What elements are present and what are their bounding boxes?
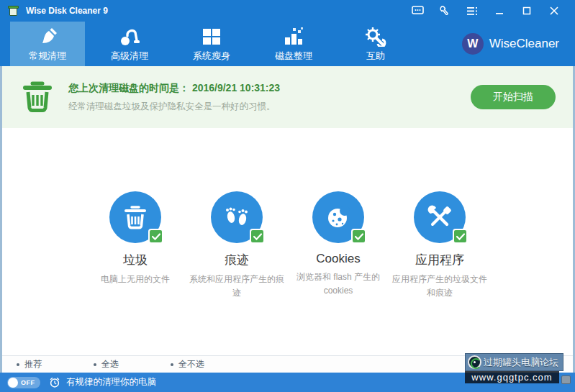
window-title: Wise Disk Cleaner 9 — [26, 6, 108, 16]
forum-watermark: 过期罐头电脑论坛 www.gqgtpc.com — [465, 353, 563, 383]
maximize-button[interactable] — [513, 0, 540, 22]
feature-area: 垃圾 电脑上无用的文件 痕迹 系统和应用程序产生的痕迹 — [2, 128, 573, 355]
defrag-icon — [283, 26, 304, 47]
start-scan-button[interactable]: 开始扫描 — [471, 85, 556, 109]
forum-url: www.gqgtpc.com — [465, 371, 559, 383]
windows-icon — [202, 26, 222, 47]
tab-label: 磁盘整理 — [275, 50, 312, 63]
menu-icon[interactable] — [458, 0, 486, 22]
recycle-bin-icon — [22, 79, 53, 115]
forum-logo-icon — [468, 355, 481, 369]
feature-title: 应用程序 — [389, 252, 491, 268]
vacuum-icon — [119, 26, 140, 47]
brand-logo: W WiseCleaner — [462, 22, 559, 66]
app-icon — [7, 4, 20, 17]
feature-desc: 应用程序产生的垃圾文件和痕迹 — [389, 273, 491, 300]
app-window: Wise Disk Cleaner 9 — [0, 0, 575, 392]
schedule-toggle[interactable]: OFF — [7, 377, 40, 388]
check-badge[interactable] — [250, 229, 265, 244]
select-all[interactable]: 全选 — [94, 358, 119, 370]
titlebar: Wise Disk Cleaner 9 — [0, 0, 575, 22]
feature-junk[interactable]: 垃圾 电脑上无用的文件 — [85, 191, 186, 286]
feature-title: 垃圾 — [85, 252, 186, 268]
feature-desc: 系统和应用程序产生的痕迹 — [186, 273, 288, 300]
tab-advanced-clean[interactable]: 高级清理 — [92, 22, 167, 66]
tab-label: 系统瘦身 — [193, 50, 230, 63]
check-badge[interactable] — [351, 229, 366, 244]
brand-name: WiseCleaner — [489, 37, 559, 51]
schedule-text: 有规律的清理你的电脑 — [66, 376, 156, 388]
feature-title: Cookies — [288, 252, 389, 266]
select-recommended[interactable]: 推荐 — [17, 358, 42, 370]
close-button[interactable] — [540, 0, 568, 22]
last-clean-label: 您上次清理磁盘的时间是： — [68, 82, 189, 94]
clean-tip: 经常清理磁盘垃圾及保护隐私安全是一种好的习惯。 — [68, 101, 280, 113]
brand-initial: W — [462, 33, 484, 55]
bullet-icon — [94, 363, 96, 366]
tab-system-slim[interactable]: 系统瘦身 — [174, 22, 249, 66]
feature-desc: 电脑上无用的文件 — [85, 273, 186, 286]
feature-traces[interactable]: 痕迹 系统和应用程序产生的痕迹 — [186, 191, 288, 300]
toggle-knob — [8, 378, 18, 388]
brush-icon — [37, 26, 58, 47]
feedback-icon[interactable] — [404, 0, 431, 22]
toggle-state: OFF — [21, 379, 35, 386]
select-none[interactable]: 全不选 — [171, 358, 204, 370]
watermark-mini-icon — [561, 375, 571, 384]
tab-label: 高级清理 — [111, 50, 148, 63]
feature-cookies[interactable]: Cookies 浏览器和 flash 产生的 cookies — [288, 191, 389, 298]
feature-apps[interactable]: 应用程序 应用程序产生的垃圾文件和痕迹 — [389, 191, 491, 300]
minimize-button[interactable] — [486, 0, 513, 22]
last-clean-time: 2016/9/21 10:31:23 — [192, 82, 280, 94]
bullet-icon — [17, 363, 19, 366]
feature-title: 痕迹 — [186, 252, 288, 268]
check-badge[interactable] — [148, 229, 163, 244]
support-icon[interactable] — [431, 0, 458, 22]
last-clean-line: 您上次清理磁盘的时间是： 2016/9/21 10:31:23 — [68, 82, 280, 95]
tab-disk-defrag[interactable]: 磁盘整理 — [256, 22, 331, 66]
help-icon — [365, 26, 386, 47]
check-badge[interactable] — [453, 229, 468, 244]
tab-help[interactable]: 互助 — [338, 22, 413, 66]
nav-bar: 常规清理 高级清理 系统瘦身 磁盘整理 互助 W — [0, 22, 575, 66]
forum-name: 过期罐头电脑论坛 — [484, 356, 558, 369]
alarm-clock-icon — [49, 377, 60, 388]
feature-desc: 浏览器和 flash 产生的 cookies — [288, 270, 389, 298]
bullet-icon — [171, 363, 173, 366]
info-bar: 您上次清理磁盘的时间是： 2016/9/21 10:31:23 经常清理磁盘垃圾… — [2, 66, 573, 128]
tab-label: 互助 — [366, 50, 385, 63]
tab-regular-clean[interactable]: 常规清理 — [10, 22, 85, 66]
tab-label: 常规清理 — [29, 50, 66, 63]
